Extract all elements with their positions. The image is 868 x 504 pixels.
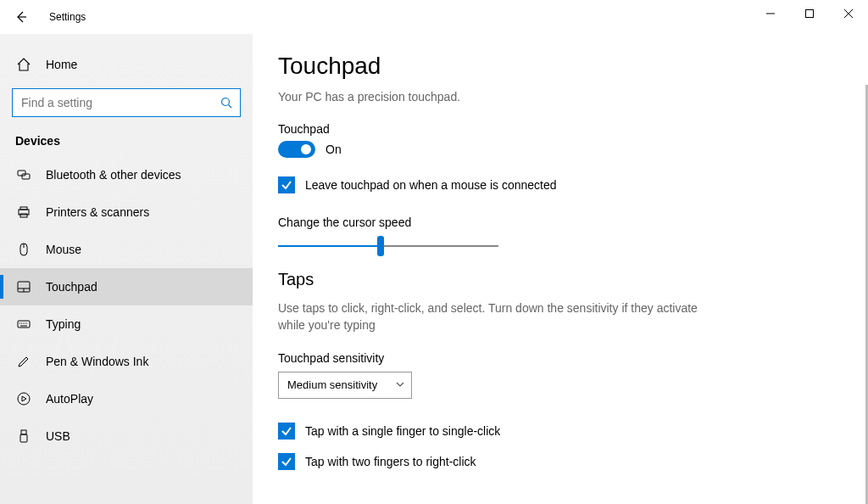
page-title: Touchpad	[278, 53, 868, 80]
leave-on-checkbox[interactable]	[278, 176, 295, 193]
taps-heading: Taps	[278, 270, 868, 289]
sidebar: Home Devices Bluetooth & other devices P…	[0, 34, 253, 504]
checkmark-icon	[281, 425, 292, 437]
svg-rect-11	[21, 430, 26, 434]
touchpad-toggle-label: Touchpad	[278, 122, 868, 136]
svg-point-1	[222, 98, 230, 106]
autoplay-icon	[15, 390, 32, 407]
sensitivity-dropdown[interactable]: Medium sensitivity	[278, 372, 412, 399]
svg-point-10	[18, 393, 30, 405]
home-label: Home	[46, 58, 77, 71]
keyboard-icon	[15, 316, 32, 333]
minimize-button[interactable]	[751, 0, 790, 27]
tap-single-checkbox[interactable]	[278, 423, 295, 440]
sidebar-item-usb[interactable]: USB	[0, 417, 253, 455]
bluetooth-icon	[15, 166, 32, 183]
pen-icon	[15, 353, 32, 370]
main-content: Touchpad Your PC has a precision touchpa…	[253, 34, 868, 504]
printer-icon	[15, 204, 32, 221]
svg-rect-9	[18, 321, 30, 328]
leave-on-label: Leave touchpad on when a mouse is connec…	[305, 178, 557, 192]
svg-rect-0	[806, 10, 814, 18]
checkmark-icon	[281, 456, 292, 468]
taps-description: Use taps to click, right-click, and sele…	[278, 300, 702, 334]
section-title-devices: Devices	[0, 129, 253, 156]
search-field[interactable]	[13, 96, 213, 109]
sidebar-item-mouse[interactable]: Mouse	[0, 231, 253, 268]
sidebar-item-label: Bluetooth & other devices	[46, 168, 181, 182]
slider-fill	[278, 245, 377, 247]
touchpad-toggle[interactable]	[278, 141, 315, 158]
search-icon	[213, 97, 240, 109]
sidebar-item-pen[interactable]: Pen & Windows Ink	[0, 343, 253, 380]
close-icon	[844, 9, 853, 18]
maximize-button[interactable]	[790, 0, 829, 27]
back-button[interactable]	[0, 0, 42, 34]
sidebar-item-label: Typing	[46, 317, 81, 331]
sensitivity-label: Touchpad sensitivity	[278, 351, 868, 365]
sidebar-item-touchpad[interactable]: Touchpad	[0, 268, 253, 305]
usb-icon	[15, 428, 32, 445]
sidebar-item-label: Pen & Windows Ink	[46, 355, 148, 368]
sidebar-item-autoplay[interactable]: AutoPlay	[0, 380, 253, 417]
sidebar-item-label: Printers & scanners	[46, 205, 149, 219]
checkmark-icon	[281, 179, 292, 191]
maximize-icon	[805, 9, 814, 18]
sidebar-item-bluetooth[interactable]: Bluetooth & other devices	[0, 156, 253, 193]
toggle-knob	[301, 144, 311, 154]
page-subtitle: Your PC has a precision touchpad.	[278, 90, 868, 104]
slider-thumb[interactable]	[377, 236, 384, 256]
cursor-speed-slider[interactable]	[278, 238, 498, 239]
sidebar-item-printers[interactable]: Printers & scanners	[0, 193, 253, 231]
app-title: Settings	[49, 11, 86, 23]
touchpad-icon	[15, 278, 32, 295]
chevron-down-icon	[396, 378, 404, 391]
sidebar-item-typing[interactable]: Typing	[0, 305, 253, 343]
sensitivity-value: Medium sensitivity	[287, 378, 377, 391]
sidebar-item-label: Touchpad	[46, 280, 97, 294]
svg-rect-5	[20, 207, 27, 210]
search-input[interactable]	[12, 88, 241, 117]
close-button[interactable]	[829, 0, 868, 27]
tap-two-checkbox[interactable]	[278, 453, 295, 470]
sidebar-item-label: USB	[46, 429, 70, 443]
home-icon	[15, 56, 32, 73]
minimize-icon	[766, 9, 775, 18]
svg-rect-12	[20, 434, 27, 442]
mouse-icon	[15, 241, 32, 258]
tap-two-label: Tap with two fingers to right-click	[305, 455, 476, 468]
sidebar-item-label: Mouse	[46, 243, 81, 256]
back-arrow-icon	[14, 10, 28, 24]
sidebar-item-label: AutoPlay	[46, 392, 93, 406]
home-button[interactable]: Home	[0, 46, 253, 83]
cursor-speed-label: Change the cursor speed	[278, 216, 868, 229]
touchpad-toggle-state: On	[326, 143, 342, 156]
tap-single-label: Tap with a single finger to single-click	[305, 424, 500, 438]
